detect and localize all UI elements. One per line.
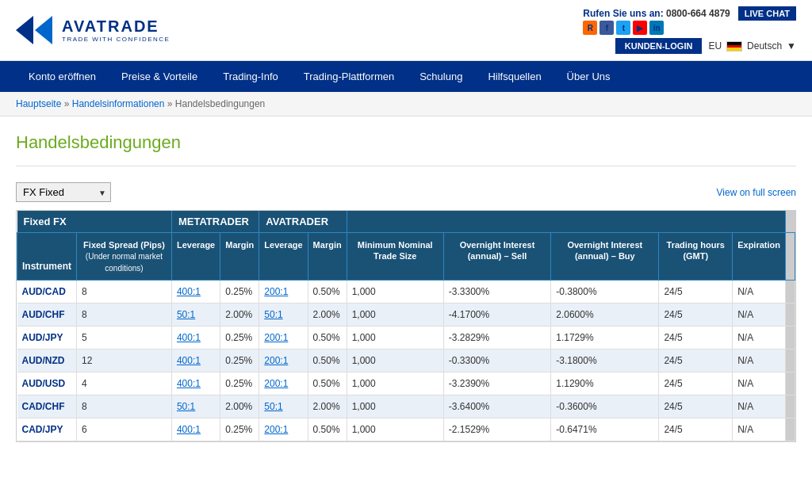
facebook-icon[interactable]: f	[599, 21, 614, 35]
table-row: CAD/JPY6400:10.25%200:10.50%1,000-2.1529…	[17, 418, 795, 441]
table-cell: 2.00%	[308, 303, 347, 326]
leverage-link[interactable]: 50:1	[264, 401, 282, 412]
social-icons: R f t ▶ in	[583, 21, 796, 35]
table-cell: 24/5	[659, 326, 733, 349]
table-cell: -3.3300%	[443, 280, 550, 303]
linkedin-icon[interactable]: in	[649, 21, 664, 35]
breadcrumb-handelsinformationen[interactable]: Handelsinformationen	[72, 98, 165, 109]
table-cell: -4.1700%	[443, 303, 550, 326]
col-leverage-av: Leverage	[259, 233, 308, 281]
table-cell: 6	[77, 418, 172, 441]
table-cell: 5	[77, 326, 172, 349]
group-fixed-fx: Fixed FX	[17, 211, 172, 233]
phone-number: 0800-664 4879	[666, 8, 730, 19]
table-cell: 1.1290%	[551, 372, 659, 395]
kunden-login-button[interactable]: KUNDEN-LOGIN	[615, 38, 703, 54]
col-leverage-mt: Leverage	[171, 233, 220, 281]
table-cell: 4	[77, 372, 172, 395]
page-title: Handelsbedingungen	[16, 132, 796, 153]
table-cell: 400:1	[171, 349, 220, 372]
top-actions: KUNDEN-LOGIN EU Deutsch ▼	[615, 38, 796, 54]
table-cell: 400:1	[171, 418, 220, 441]
table-cell: AUD/JPY	[17, 326, 77, 349]
leverage-link[interactable]: 200:1	[264, 332, 288, 343]
leverage-link[interactable]: 400:1	[177, 355, 201, 366]
table-cell: 2.00%	[220, 303, 259, 326]
lang-dropdown-arrow[interactable]: ▼	[787, 40, 796, 52]
table-cell: N/A	[733, 418, 786, 441]
nav-ueber-uns[interactable]: Über Uns	[554, 61, 623, 92]
leverage-link[interactable]: 400:1	[177, 332, 201, 343]
fullscreen-link[interactable]: View on full screen	[717, 187, 797, 198]
table-cell: 8	[77, 395, 172, 418]
leverage-link[interactable]: 50:1	[264, 309, 282, 320]
table-cell: 8	[77, 280, 172, 303]
lang-area: EU Deutsch ▼	[708, 40, 796, 52]
table-cell: AUD/USD	[17, 372, 77, 395]
table-cell: 24/5	[659, 280, 733, 303]
leverage-link[interactable]: 50:1	[177, 309, 195, 320]
leverage-link[interactable]: 400:1	[177, 424, 201, 435]
col-margin-mt: Margin	[220, 233, 259, 281]
table-cell: 1,000	[347, 418, 443, 441]
table-cell: 1,000	[347, 349, 443, 372]
scrollbar-header	[786, 233, 795, 281]
table-cell: 1,000	[347, 395, 443, 418]
leverage-link[interactable]: 200:1	[264, 355, 288, 366]
table-cell: 12	[77, 349, 172, 372]
top-bar: AVATRADE TRADE WITH CONFIDENCE Rufen Sie…	[0, 0, 812, 61]
divider	[16, 166, 796, 166]
table-cell: 200:1	[259, 418, 308, 441]
nav-trading-info[interactable]: Trading-Info	[210, 61, 291, 92]
leverage-link[interactable]: 200:1	[264, 424, 288, 435]
table-cell: 2.00%	[220, 395, 259, 418]
scrollbar-cell	[786, 395, 795, 418]
live-chat-button[interactable]: LIVE CHAT	[738, 6, 796, 21]
scrollbar-cell	[786, 418, 795, 441]
top-right: Rufen Sie uns an: 0800-664 4879 LIVE CHA…	[583, 6, 796, 54]
youtube-icon[interactable]: ▶	[633, 21, 647, 35]
nav-preise[interactable]: Preise & Vorteile	[109, 61, 210, 92]
table-row: AUD/USD4400:10.25%200:10.50%1,000-3.2390…	[17, 372, 795, 395]
table-cell: 0.50%	[308, 280, 347, 303]
lang-eu[interactable]: EU	[708, 40, 722, 52]
logo-triangles	[16, 16, 52, 44]
nav-hilfsquellen[interactable]: Hilfsquellen	[475, 61, 553, 92]
leverage-link[interactable]: 200:1	[264, 286, 288, 297]
table-cell: 200:1	[259, 349, 308, 372]
group-metatrader: METATRADER	[171, 211, 259, 233]
col-overnight-buy: Overnight Interest (annual) – Buy	[551, 233, 659, 281]
logo-triangle-right	[35, 16, 52, 44]
lang-deutsch[interactable]: Deutsch	[747, 40, 782, 52]
table-cell: 0.50%	[308, 418, 347, 441]
scrollbar-spacer	[786, 211, 795, 233]
nav-schulung[interactable]: Schulung	[407, 61, 475, 92]
table-cell: 50:1	[259, 303, 308, 326]
leverage-link[interactable]: 200:1	[264, 378, 288, 389]
fx-type-select[interactable]: FX Fixed FX Variable Shares Indices Comm…	[16, 182, 111, 202]
scrollbar-cell	[786, 349, 795, 372]
nav-konto[interactable]: Konto eröffnen	[16, 61, 109, 92]
twitter-icon[interactable]: t	[616, 21, 630, 35]
table-cell: 50:1	[171, 395, 220, 418]
rss-icon[interactable]: R	[583, 21, 597, 35]
breadcrumb-home[interactable]: Hauptseite	[16, 98, 61, 109]
page-content: Handelsbedingungen FX Fixed FX Variable …	[0, 116, 812, 458]
table-cell: 200:1	[259, 372, 308, 395]
nav-plattformen[interactable]: Trading-Plattformen	[291, 61, 407, 92]
leverage-link[interactable]: 400:1	[177, 378, 201, 389]
logo-triangle-left	[16, 16, 33, 44]
col-margin-av: Margin	[308, 233, 347, 281]
table-cell: 0.25%	[220, 418, 259, 441]
leverage-link[interactable]: 50:1	[177, 401, 195, 412]
table-cell: -0.3600%	[551, 395, 659, 418]
table-cell: N/A	[733, 349, 786, 372]
table-cell: -3.2390%	[443, 372, 550, 395]
group-empty	[347, 211, 785, 233]
table-cell: 1.1729%	[551, 326, 659, 349]
table-cell: 0.25%	[220, 280, 259, 303]
table-body: AUD/CAD8400:10.25%200:10.50%1,000-3.3300…	[17, 280, 795, 441]
leverage-link[interactable]: 400:1	[177, 286, 201, 297]
table-cell: 24/5	[659, 349, 733, 372]
table-cell: 0.50%	[308, 349, 347, 372]
